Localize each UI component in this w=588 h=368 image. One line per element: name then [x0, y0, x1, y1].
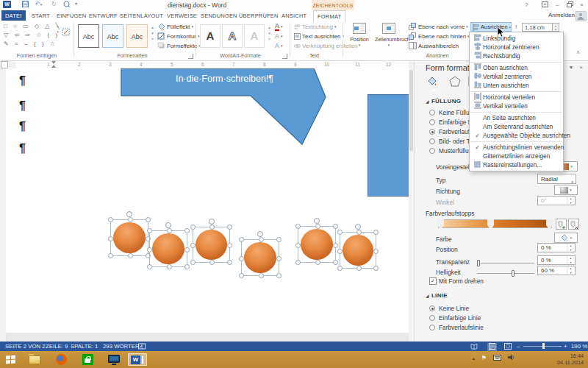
rotate-handle[interactable]	[355, 224, 361, 230]
volume-icon[interactable]	[508, 354, 514, 362]
sphere-shape[interactable]	[241, 239, 279, 276]
custom-qat-icon[interactable]	[63, 1, 70, 9]
color-button[interactable]: ▾	[554, 233, 578, 243]
sphere-fill[interactable]	[343, 235, 373, 266]
shape-gallery-row[interactable]: □ ○ ▭ ◇ △ ╲	[4, 23, 61, 29]
sphere-shape[interactable]	[110, 219, 148, 256]
avatar[interactable]	[576, 11, 587, 21]
arrow-shape-text[interactable]: In·die·Form·schreiben!¶	[142, 74, 307, 84]
position-spinner[interactable]: 0 %▴▾	[537, 243, 576, 252]
edit-shape-icon[interactable]	[62, 26, 70, 39]
shape-outline-button[interactable]: Formkontur▾	[157, 32, 199, 40]
clock[interactable]: 16:44 04.11.2014	[557, 353, 584, 366]
direction-button[interactable]: ▾	[554, 185, 578, 195]
menu-item-view-gridlines[interactable]: Gitternetzlinien anzeigen	[470, 152, 563, 160]
word-count[interactable]: 293 WÖRTER	[103, 343, 140, 350]
menu-item-align-top[interactable]: Oben ausrichten	[470, 63, 563, 72]
document-scrollbar[interactable]	[409, 68, 414, 342]
save-icon[interactable]	[22, 1, 29, 9]
menu-item-align-bottom[interactable]: Unten ausrichten	[470, 81, 563, 90]
menu-item-align-to-page[interactable]: An Seite ausrichten	[470, 113, 563, 122]
shape-height-spinner[interactable]: ▴▾	[553, 23, 559, 32]
tab-verweise[interactable]: VERWEISE	[163, 10, 201, 21]
indent-marker[interactable]	[51, 61, 57, 68]
menu-item-align-right[interactable]: Rechtsbündig	[470, 52, 563, 60]
shape-gallery-scroll[interactable]: ▴▾	[54, 23, 61, 35]
rotate-with-shape-checkbox[interactable]: ✓	[429, 277, 437, 285]
sphere-fill[interactable]	[244, 242, 276, 273]
pane-close-icon[interactable]: ×	[579, 64, 583, 71]
web-layout-icon[interactable]	[504, 343, 512, 351]
shape-styles-scroll[interactable]: ▴▾=	[149, 24, 156, 42]
undo-icon[interactable]: ↶▾	[35, 1, 42, 7]
shape-styles-dialog-launcher[interactable]	[188, 54, 193, 59]
tab-sendungen[interactable]: SENDUNGEN	[197, 10, 241, 21]
remove-gradient-stop-button[interactable]	[568, 219, 579, 230]
text-outline-button[interactable]: A▾	[275, 32, 283, 40]
tray-expand-icon[interactable]: ▴	[473, 355, 475, 361]
send-backward-button[interactable]: Ebene nach hinten▾	[409, 32, 470, 40]
rotate-handle[interactable]	[257, 231, 263, 237]
zoom-out-button[interactable]: –	[517, 343, 520, 350]
menu-item-distribute-h[interactable]: Horizontal verteilen	[470, 93, 563, 102]
tab-seitenlayout[interactable]: SEITENLAYOUT	[116, 10, 167, 21]
add-gradient-stop-button[interactable]	[556, 219, 567, 230]
horizontal-ruler[interactable]: 1 2 3 4 5 6 7 8 9 10 11 12	[0, 61, 414, 68]
align-button[interactable]: Ausrichten▾	[470, 22, 512, 32]
tab-datei[interactable]: DATEI	[1, 10, 26, 21]
zoom-in-button[interactable]: +	[564, 343, 567, 350]
wordart-style-3[interactable]: A	[244, 24, 265, 48]
shape-gallery-row[interactable]: ▽ ⇦ ⇨ ☆ ( )	[4, 32, 60, 38]
transparency-slider[interactable]	[477, 263, 534, 263]
menu-item-align-center-v[interactable]: Vertikal zentrieren	[470, 72, 563, 81]
column-indicator[interactable]: SPALTE: 1	[71, 343, 98, 350]
menu-item-grid-settings[interactable]: Rastereinstellungen...	[470, 160, 563, 169]
sphere-fill[interactable]	[196, 230, 227, 260]
restore-button[interactable]	[567, 1, 573, 9]
sphere-fill[interactable]	[152, 233, 184, 264]
sphere-shape[interactable]	[149, 230, 187, 267]
fill-option-gradient[interactable]: Farbverlauf	[429, 128, 470, 135]
sphere-fill[interactable]	[113, 222, 146, 253]
zoom-slider-thumb[interactable]	[542, 343, 545, 349]
tab-stop-selector[interactable]	[1, 61, 8, 68]
redo-icon[interactable]: ↻	[51, 1, 57, 7]
read-mode-icon[interactable]	[470, 343, 478, 351]
gradient-stop[interactable]	[437, 219, 444, 230]
tab-einfuegen[interactable]: EINFÜGEN	[53, 10, 90, 21]
rotate-handle[interactable]	[126, 211, 132, 217]
start-button[interactable]	[1, 353, 21, 366]
fill-section-header[interactable]: ◢FÜLLUNG	[426, 98, 461, 105]
shape-style-2[interactable]: Abc	[102, 24, 123, 48]
text-fill-button[interactable]: A▾	[275, 22, 283, 31]
text-effects-button[interactable]: A▾	[275, 41, 283, 50]
rotate-handle[interactable]	[314, 218, 320, 224]
align-text-button[interactable]: Text ausrichten▾	[294, 32, 344, 40]
selection-pane-button[interactable]: Auswahlbereich	[409, 41, 459, 50]
page-indicator[interactable]: SEITE 2 VON 2	[5, 343, 46, 350]
gradient-stop[interactable]	[546, 219, 553, 230]
document-page[interactable]: ¶ ¶ ¶ ¶ In·die·Form·schreiben!¶	[6, 68, 409, 333]
rotate-handle[interactable]	[209, 219, 215, 224]
proofing-icon[interactable]	[138, 343, 146, 351]
bring-forward-button[interactable]: Ebene nach vorne▾	[409, 22, 468, 31]
shape-style-3[interactable]: Abc	[126, 24, 148, 48]
firefox-icon[interactable]	[51, 353, 71, 366]
line-option-gradient[interactable]: Farbverlaufslinie	[429, 324, 484, 331]
menu-item-align-selected-objects[interactable]: ✓Ausgewählte Objekte ausrichten	[470, 131, 563, 140]
pane-options-icon[interactable]: ▾	[570, 64, 573, 71]
sphere-shape[interactable]	[298, 226, 336, 263]
menu-item-align-center-h[interactable]: Horizontal zentrieren	[470, 43, 563, 52]
sphere-shape[interactable]	[193, 227, 230, 263]
fill-effect-button[interactable]: Fülleffekt▾	[157, 22, 193, 31]
shape-gallery-row[interactable]: ✎ ≈ ⌣ { } ☆	[4, 40, 57, 48]
line-option-solid[interactable]: Einfarbige Linie	[429, 314, 481, 322]
brightness-spinner[interactable]: 60 %▴▾	[537, 266, 576, 275]
line-option-none[interactable]: Keine Linie	[429, 305, 469, 312]
rotate-handle[interactable]	[165, 222, 171, 228]
gradient-bar[interactable]	[438, 219, 552, 228]
brightness-slider[interactable]	[477, 273, 534, 274]
print-layout-icon[interactable]	[487, 343, 497, 351]
sign-in-link[interactable]: Anmelden	[548, 12, 575, 18]
file-explorer-icon[interactable]	[25, 353, 44, 366]
